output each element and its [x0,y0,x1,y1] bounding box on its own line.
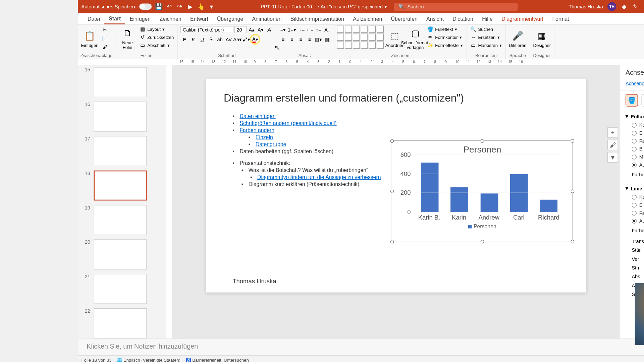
premium-icon[interactable]: ◆ [621,3,628,10]
justify-icon[interactable]: ≡ [306,35,314,43]
underline-icon[interactable]: U [198,35,206,43]
pane-tab-axis[interactable]: Achsenoptionen ▾ [626,81,644,88]
section-button[interactable]: ▭Abschnitt ▾ [139,42,175,49]
save-icon[interactable]: 💾 [155,3,162,10]
tab-datei[interactable]: Datei [83,13,104,24]
bullets-icon[interactable]: ≡▾ [279,25,287,34]
chart-legend[interactable]: Personen [392,224,573,230]
fill-none[interactable]: Keine Füllung [626,121,644,129]
line-auto[interactable]: Automatisch [626,217,644,225]
case-icon[interactable]: Aa▾ [233,35,241,43]
shapes-gallery[interactable] [337,25,384,49]
fill-auto[interactable]: Automatisch [626,161,644,169]
line-none[interactable]: Keine Linie [626,193,644,201]
qat-more-icon[interactable]: ▾ [208,3,215,10]
spacing-icon[interactable]: AV [225,35,233,43]
font-size-input[interactable] [234,26,247,33]
find-button[interactable]: 🔍Suchen [469,25,502,33]
font-name-input[interactable] [180,26,233,33]
user-avatar[interactable]: TH [607,2,616,11]
italic-icon[interactable]: K [190,35,198,43]
slide-thumbnails[interactable]: 15161718192021222324 [78,65,166,339]
tab-uebergaenge[interactable]: Übergänge [213,13,248,24]
line-solid[interactable]: Einfarbige Linie [626,201,644,209]
indent-right-icon[interactable]: →≡ [297,25,305,34]
dictate-button[interactable]: 🎤 Diktieren [508,25,527,50]
chart-elements-button[interactable]: + [607,127,618,138]
section-line[interactable]: ▾ Linie [626,184,644,193]
bar-3[interactable] [510,174,528,212]
replace-button[interactable]: ↔Ersetzen ▾ [469,34,502,41]
fill-button[interactable]: 🪣Fülleffekt ▾ [426,25,464,33]
tab-diagrammentwurf[interactable]: Diagrammentwurf [497,13,548,24]
tab-ueberpruefen[interactable]: Überprüfen [386,13,422,24]
accessibility-check[interactable]: ♿ Barrierefreiheit: Untersuchen [186,358,249,362]
language-indicator[interactable]: 🌐 Englisch (Vereinigte Staaten) [117,358,180,362]
slideshow-icon[interactable]: ▶ [187,3,194,10]
tab-animationen[interactable]: Animationen [248,13,286,24]
pane-icon-effects[interactable]: ⬠ [641,94,644,107]
tab-start[interactable]: Start [104,13,125,24]
bar-0[interactable] [421,163,438,212]
redo-icon[interactable]: ↷ [176,3,183,10]
clear-format-icon[interactable]: A̸ [265,25,273,34]
section-fill[interactable]: ▾ Füllung [626,112,644,121]
thumb-22[interactable]: 22 [82,308,162,339]
slide-body[interactable]: Daten einfügen Schriftgrößen ändern (ges… [224,113,392,187]
smartart-icon[interactable]: ▦ [323,35,331,43]
thumb-19[interactable]: 19 [82,205,162,235]
draw-icon[interactable]: ✎ [632,3,639,10]
cut-icon[interactable]: ✂ [101,25,109,34]
thumb-17[interactable]: 17 [82,136,162,166]
thumb-15[interactable]: 15 [82,67,162,97]
thumb-21[interactable]: 21 [82,274,162,304]
tab-entwurf[interactable]: Entwurf [186,13,213,24]
touch-mode-icon[interactable]: 👆 [198,3,205,10]
numbering-icon[interactable]: 1≡▾ [288,25,296,34]
bold-icon[interactable]: F [180,35,189,43]
pane-icon-fill[interactable]: 🪣 [626,94,638,107]
new-slide-button[interactable]: 🗋 Neue Folie [118,25,137,50]
tab-bildschirm[interactable]: Bildschirmpräsentation [286,13,348,24]
font-color-icon[interactable]: A▾ [251,35,259,43]
align-right-icon[interactable]: ≡ [297,35,305,43]
fill-picture[interactable]: Bild- oder Texturfüllung [626,145,644,153]
thumb-20[interactable]: 20 [82,239,162,269]
chart-title[interactable]: Personen [392,144,573,155]
tab-einfuegen[interactable]: Einfügen [125,13,155,24]
tab-zeichnen[interactable]: Zeichnen [155,13,185,24]
select-button[interactable]: ▭Markieren ▾ [469,42,502,49]
chart-y-axis[interactable]: 600 400 200 0 [392,155,412,212]
fill-solid[interactable]: Einfarbige Füllung [626,129,644,137]
thumb-16[interactable]: 16 [82,102,162,132]
tab-hilfe[interactable]: Hilfe [478,13,497,24]
columns-icon[interactable]: ▥▾ [315,35,323,43]
paste-button[interactable]: 📋 Einfügen [80,25,99,50]
copy-icon[interactable]: 📄 [101,35,109,43]
fill-pattern[interactable]: Musterfüllung [626,153,644,161]
tab-aufzeichnen[interactable]: Aufzeichnen [348,13,386,24]
undo-icon[interactable]: ↶ [166,3,173,10]
outline-button[interactable]: ✏Formkontur ▾ [426,34,464,41]
format-painter-icon[interactable]: 🖌 [101,43,109,51]
quickstyle-button[interactable]: ▢ Schnellformat-vorlagen [406,25,424,50]
reset-button[interactable]: ↺Zurücksetzen [139,34,175,41]
indent-left-icon[interactable]: ←≡ [306,25,314,34]
grow-font-icon[interactable]: A▴ [248,25,256,34]
chart[interactable]: Personen 600 400 200 0 Karin B.KarinAndr… [392,140,573,242]
align-left-icon[interactable]: ≡ [279,35,287,43]
notes-pane[interactable]: Klicken Sie, um Notizen hinzuzufügen [78,339,644,355]
chart-filters-button[interactable]: ▼ [607,152,618,163]
shadow-icon[interactable]: ab [216,35,224,43]
bar-4[interactable] [540,200,558,212]
chart-styles-button[interactable]: 🖌 [607,139,618,150]
tab-dictation[interactable]: Dictation [448,13,478,24]
highlight-icon[interactable]: 🖍▾ [243,35,251,43]
strike-icon[interactable]: S̶ [207,35,215,43]
thumb-18[interactable]: 18 [82,171,162,201]
fill-gradient[interactable]: Farbverlauf [626,137,644,145]
effects-button[interactable]: ✨Formeffekte ▾ [426,42,464,49]
autosave-toggle[interactable]: Automatisches Speichern [82,4,152,10]
bar-1[interactable] [450,187,468,212]
line-spacing-icon[interactable]: ↕≡ [315,25,323,34]
